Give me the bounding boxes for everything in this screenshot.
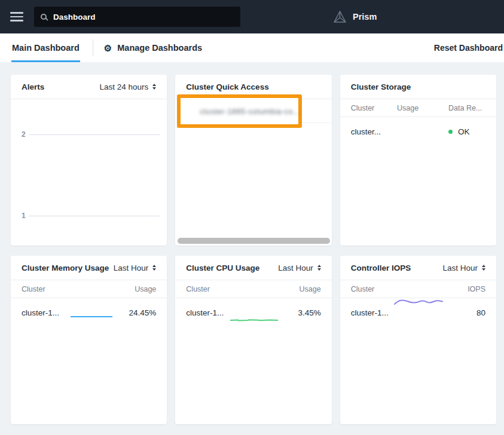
alerts-range-select[interactable]: Last 24 hours [100,82,157,91]
widget-cluster-memory-usage: Cluster Memory Usage Last Hour Cluster U… [11,256,167,424]
storage-resiliency-cell: OK [448,127,485,136]
cpu-row[interactable]: cluster-1... 3.45% [175,298,331,327]
memory-range-select[interactable]: Last Hour [114,264,157,272]
storage-title: Cluster Storage [351,82,411,91]
sort-caret-icon [152,84,156,90]
memory-usage-value: 24.45% [102,308,156,317]
reset-dashboard-button[interactable]: Reset Dashboard [434,43,503,53]
status-ok-dot-icon [448,130,453,134]
col-usage: Usage [397,104,448,112]
widget-alerts: Alerts Last 24 hours 2 1 [11,75,167,246]
alerts-title: Alerts [22,82,44,91]
iops-row[interactable]: cluster-1... 80 [340,298,496,327]
quick-access-title: Cluster Quick Access [186,82,268,91]
iops-range-select[interactable]: Last Hour [442,264,485,272]
cpu-usage-value: 3.45% [267,308,321,317]
storage-row[interactable]: cluster... OK [340,117,496,146]
iops-value: 80 [432,308,485,317]
alerts-ytick-1: 1 [22,212,26,220]
memory-column-headers: Cluster Usage [11,280,167,298]
iops-title: Controller IOPS [351,264,411,272]
memory-title: Cluster Memory Usage [22,264,109,272]
tab-divider [93,39,93,56]
storage-cluster-name: cluster... [351,127,397,136]
active-tab-underline [11,60,80,62]
widget-cluster-quick-access: Cluster Quick Access cluster-1865-columb… [175,75,331,246]
horizontal-scrollbar[interactable] [178,238,329,244]
col-cluster: Cluster [186,285,267,293]
prism-logo-icon [333,10,347,24]
col-data-resiliency: Data Re... [448,104,485,112]
sort-caret-icon [152,265,156,271]
tab-bar: Main Dashboard ⚙ Manage Dashboards Reset… [0,33,504,62]
tab-manage-dashboards-label: Manage Dashboards [117,43,202,53]
widget-cluster-storage: Cluster Storage Cluster Usage Data Re...… [340,75,496,246]
col-cluster: Cluster [22,285,102,293]
widget-cluster-cpu-usage: Cluster CPU Usage Last Hour Cluster Usag… [175,256,331,424]
brand[interactable]: Prism [333,0,377,33]
col-usage: Usage [267,285,321,293]
menu-icon[interactable] [10,10,23,24]
col-usage: Usage [102,285,156,293]
search-icon [41,14,47,20]
iops-cluster-name: cluster-1... [351,308,432,317]
col-cluster: Cluster [351,104,397,112]
brand-name: Prism [353,12,377,22]
gear-icon: ⚙ [104,44,112,53]
iops-column-headers: Cluster IOPS [340,280,496,298]
memory-row[interactable]: cluster-1... 24.45% [11,298,167,327]
cpu-range-select[interactable]: Last Hour [278,264,321,272]
col-iops: IOPS [432,285,485,293]
tab-main-dashboard-label: Main Dashboard [12,43,80,53]
alerts-gridline-1 [29,216,160,216]
storage-column-headers: Cluster Usage Data Re... [340,99,496,117]
top-bar: Dashboard Prism [0,0,504,33]
memory-cluster-name: cluster-1... [22,308,102,317]
search-value: Dashboard [53,13,96,22]
col-cluster: Cluster [351,285,432,293]
annotation-highlight-box: cluster-1865-columbia-co... [177,94,302,128]
cpu-cluster-name: cluster-1... [186,308,267,317]
cpu-column-headers: Cluster Usage [175,280,331,298]
dashboard-content: Alerts Last 24 hours 2 1 Cluster Quick A… [0,62,504,435]
redacted-cluster-link[interactable]: cluster-1865-columbia-co... [200,107,300,116]
sort-caret-icon [482,265,485,271]
alerts-gridline-2 [29,134,160,135]
alerts-ytick-2: 2 [22,130,26,139]
cpu-title: Cluster CPU Usage [186,264,259,272]
tab-main-dashboard[interactable]: Main Dashboard [12,33,80,62]
storage-resiliency-value: OK [458,127,470,136]
sort-caret-icon [317,265,321,271]
widget-controller-iops: Controller IOPS Last Hour Cluster IOPS c… [340,256,496,424]
search-input[interactable]: Dashboard [34,7,240,27]
tab-manage-dashboards[interactable]: ⚙ Manage Dashboards [104,43,202,53]
